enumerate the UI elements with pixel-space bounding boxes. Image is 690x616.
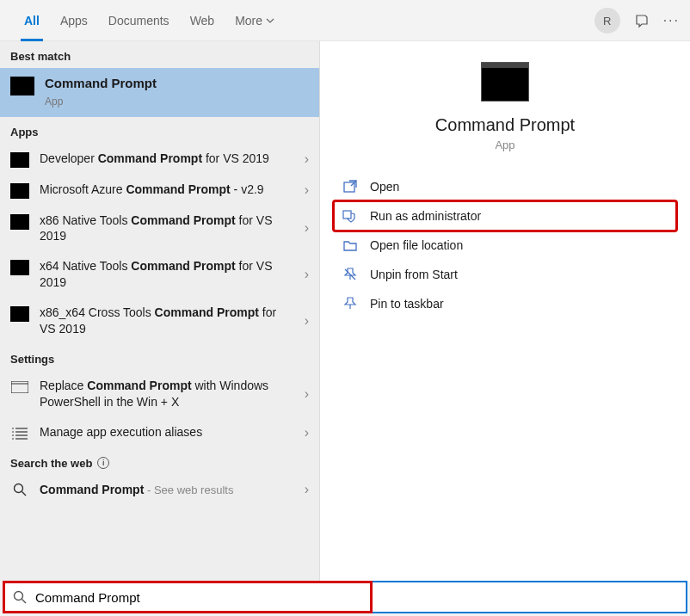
folder-icon [342,237,358,253]
section-web: Search the web i [0,448,319,475]
result-title: Command Prompt [45,76,157,90]
tab-more[interactable]: More [225,0,285,41]
svg-line-11 [22,492,27,496]
svg-rect-13 [343,211,351,219]
svg-point-15 [15,592,23,601]
open-icon [342,179,358,194]
result-app[interactable]: x86 Native Tools Command Prompt for VS 2… [0,206,319,252]
result-subtitle: App [45,95,63,108]
cmd-icon [10,152,29,168]
search-bar[interactable] [3,581,687,613]
search-scope-tabs: All Apps Documents Web More R ··· [0,0,690,41]
action-unpin-start[interactable]: Unpin from Start [334,260,676,289]
chevron-right-icon[interactable]: › [305,386,309,402]
list-icon [10,426,29,441]
cmd-icon [10,214,29,230]
search-input[interactable] [34,589,677,606]
action-label: Run as administrator [370,209,481,223]
cmd-icon [10,183,29,199]
chevron-right-icon[interactable]: › [305,482,309,497]
result-body: x86_x64 Cross Tools Command Prompt for V… [40,305,294,337]
action-open[interactable]: Open [334,172,676,201]
section-best-match: Best match [0,41,319,68]
svg-line-16 [22,600,27,604]
tab-all[interactable]: All [14,0,50,41]
action-run-admin[interactable]: Run as administrator [334,201,676,231]
preview-actions: Open Run as administrator Open file loca… [334,172,676,318]
main-content: Best match Command Prompt App Apps Devel… [0,41,690,582]
window-icon [10,379,29,395]
result-app[interactable]: x86_x64 Cross Tools Command Prompt for V… [0,298,319,344]
header-right: R ··· [595,0,680,41]
section-settings: Settings [0,344,319,371]
feedback-icon[interactable] [634,13,650,28]
chevron-right-icon[interactable]: › [305,267,309,282]
result-best-match[interactable]: Command Prompt App [0,68,319,117]
result-setting[interactable]: Manage app execution aliases › [0,417,319,448]
search-icon [10,482,29,497]
result-web[interactable]: Command Prompt - See web results › [0,475,319,505]
chevron-right-icon[interactable]: › [305,151,309,167]
info-icon[interactable]: i [97,457,109,469]
cmd-icon [10,260,29,275]
avatar[interactable]: R [595,8,620,34]
preview-title: Command Prompt [435,115,575,135]
result-body: x86 Native Tools Command Prompt for VS 2… [40,213,294,245]
result-body: Manage app execution aliases [40,424,294,440]
result-body: Command Prompt App [45,75,309,110]
chevron-right-icon[interactable]: › [305,425,309,440]
result-body: Replace Command Prompt with Windows Powe… [40,378,294,410]
unpin-start-icon [342,267,358,282]
preview-subtitle: App [495,139,514,151]
svg-point-10 [15,484,23,493]
more-options-icon[interactable]: ··· [663,13,680,28]
action-pin-taskbar[interactable]: Pin to taskbar [334,289,676,318]
chevron-right-icon[interactable]: › [305,313,309,329]
cmd-icon [10,306,29,322]
preview-panel: Command Prompt App Open Run as administr… [320,41,690,582]
shield-admin-icon [342,208,358,224]
action-label: Pin to taskbar [370,297,444,311]
search-icon [13,590,27,604]
result-body: Developer Command Prompt for VS 2019 [40,151,294,167]
svg-rect-0 [11,381,28,393]
cmd-icon [10,77,34,95]
tab-more-label: More [235,0,262,41]
chevron-right-icon[interactable]: › [305,182,309,198]
result-body: x64 Native Tools Command Prompt for VS 2… [40,258,294,291]
action-label: Open file location [370,238,463,252]
tab-web[interactable]: Web [180,0,225,41]
result-body: Microsoft Azure Command Prompt - v2.9 [40,182,294,198]
preview-header: Command Prompt App [334,62,676,151]
result-app[interactable]: Microsoft Azure Command Prompt - v2.9 › [0,175,319,206]
tab-documents[interactable]: Documents [98,0,180,41]
chevron-right-icon[interactable]: › [305,220,309,236]
cmd-large-icon [481,62,529,102]
action-label: Unpin from Start [370,268,458,281]
result-setting[interactable]: Replace Command Prompt with Windows Powe… [0,371,319,417]
results-panel: Best match Command Prompt App Apps Devel… [0,41,320,582]
action-open-location[interactable]: Open file location [334,231,676,260]
result-app[interactable]: Developer Command Prompt for VS 2019 › [0,144,319,175]
chevron-down-icon [266,16,274,25]
section-apps: Apps [0,117,319,144]
tab-apps[interactable]: Apps [50,0,98,41]
pin-taskbar-icon [342,296,358,311]
result-app[interactable]: x64 Native Tools Command Prompt for VS 2… [0,251,319,298]
result-body: Command Prompt - See web results [40,482,294,498]
action-label: Open [370,180,399,194]
